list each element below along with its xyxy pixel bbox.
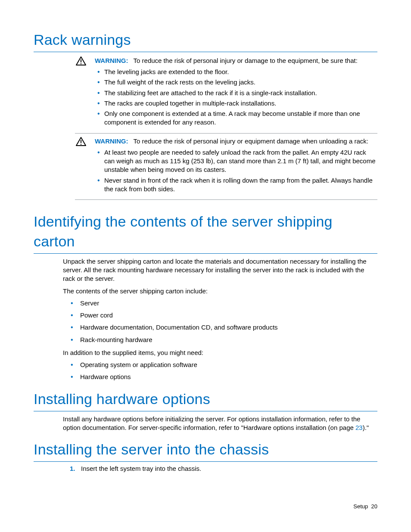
warning-label: WARNING:: [95, 137, 128, 145]
list-item: Operating system or application software: [78, 361, 377, 369]
list-item: Only one component is extended at a time…: [104, 109, 377, 127]
warning-icon: [75, 56, 87, 66]
warning-block-1: WARNING: To reduce the risk of personal …: [75, 53, 377, 134]
warning-lead-1: To reduce the risk of personal injury or…: [134, 57, 358, 64]
list-item: Server: [78, 299, 377, 308]
svg-rect-0: [81, 59, 81, 62]
warning-label: WARNING:: [95, 57, 128, 64]
warning-icon: [75, 137, 87, 146]
paragraph: In addition to the supplied items, you m…: [63, 348, 377, 357]
footer-section: Setup: [353, 503, 368, 510]
warning-lead-2: To reduce the risk of personal injury or…: [134, 137, 368, 145]
contents-list: Server Power cord Hardware documentation…: [63, 299, 377, 344]
list-item: The full weight of the rack rests on the…: [104, 78, 377, 87]
text-run: Install any hardware options before init…: [63, 415, 360, 431]
paragraph: The contents of the server shipping cart…: [63, 287, 377, 296]
page-footer: Setup 20: [353, 503, 377, 510]
warning-content-2: WARNING: To reduce the risk of personal …: [95, 137, 377, 196]
list-item: Power cord: [78, 311, 377, 320]
list-item: Never stand in front of the rack when it…: [104, 176, 377, 194]
list-item: Insert the left system tray into the cha…: [80, 464, 377, 473]
warning-block-2: WARNING: To reduce the risk of personal …: [75, 134, 377, 200]
warning-list-1: The leveling jacks are extended to the f…: [95, 68, 377, 127]
svg-rect-3: [81, 144, 81, 145]
needs-list: Operating system or application software…: [63, 361, 377, 382]
list-item: Hardware options: [78, 373, 377, 381]
footer-page-number: 20: [371, 503, 377, 510]
paragraph: Install any hardware options before init…: [63, 415, 377, 432]
heading-rack-warnings: Rack warnings: [34, 30, 377, 52]
list-item: At least two people are needed to safely…: [104, 148, 377, 174]
paragraph: Unpack the server shipping carton and lo…: [63, 257, 377, 283]
svg-rect-1: [81, 63, 81, 64]
list-item: Hardware documentation, Documentation CD…: [78, 323, 377, 332]
text-run: ).": [363, 424, 369, 431]
heading-hw-options: Installing hardware options: [34, 389, 377, 411]
heading-install-chassis: Installing the server into the chassis: [34, 440, 377, 462]
svg-rect-2: [81, 140, 81, 143]
identifying-body: Unpack the server shipping carton and lo…: [63, 257, 377, 382]
list-item: The stabilizing feet are attached to the…: [104, 89, 377, 97]
warning-content-1: WARNING: To reduce the risk of personal …: [95, 56, 377, 129]
list-item: The racks are coupled together in multip…: [104, 99, 377, 108]
list-item: The leveling jacks are extended to the f…: [104, 68, 377, 76]
install-chassis-body: Insert the left system tray into the cha…: [63, 464, 377, 473]
list-item: Rack-mounting hardware: [78, 336, 377, 344]
hw-options-body: Install any hardware options before init…: [63, 415, 377, 432]
install-steps: Insert the left system tray into the cha…: [63, 464, 377, 473]
warning-list-2: At least two people are needed to safely…: [95, 148, 377, 193]
page-link-23[interactable]: 23: [355, 424, 363, 431]
heading-identifying: Identifying the contents of the server s…: [34, 212, 377, 254]
